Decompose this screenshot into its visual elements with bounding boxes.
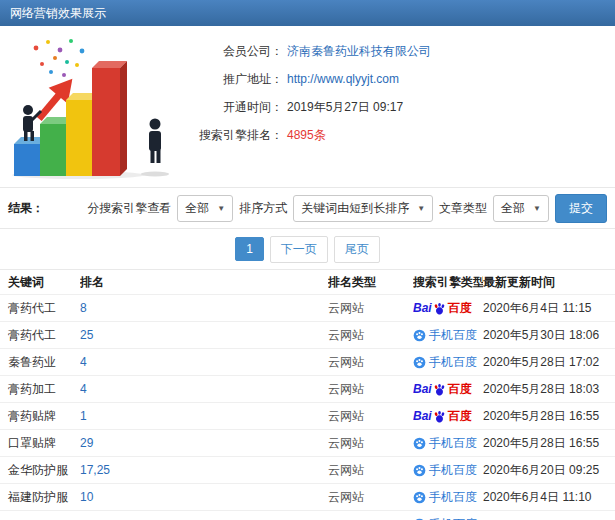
update-time-cell: 2020年6月20日 09:25 bbox=[483, 462, 615, 479]
keyword-cell: 秦鲁药业 bbox=[0, 354, 80, 371]
engine-cell: 手机百度 bbox=[413, 327, 483, 344]
keyword-cell: 膏药加工 bbox=[0, 381, 80, 398]
table-row: 膏药贴牌 1 云网站 Bai 百度 2020年5月28日 16:55 bbox=[0, 403, 615, 430]
member-info: 会员公司： 济南秦鲁药业科技有限公司 推广地址： http://www.qlyy… bbox=[183, 34, 607, 179]
rank-type-cell: 云网站 bbox=[328, 327, 413, 344]
rank-link[interactable]: 17,25 bbox=[80, 463, 110, 477]
filter-group: 分搜索引擎查看 全部 ▼ 排序方式 关键词由短到长排序 ▼ 文章类型 全部 ▼ … bbox=[87, 194, 607, 223]
rank-type-cell: 云网站 bbox=[328, 381, 413, 398]
rank-type-cell: 云网站 bbox=[328, 354, 413, 371]
rank-link[interactable]: 1 bbox=[80, 409, 87, 423]
open-time-value: 2019年5月27日 09:17 bbox=[287, 98, 403, 116]
open-time-label: 开通时间： bbox=[183, 98, 283, 116]
engine-filter-label: 分搜索引擎查看 bbox=[87, 200, 171, 217]
engine-cell: Bai 百度 bbox=[413, 408, 483, 425]
table-row: 秦鲁药业 4 云网站 手机百度 2020年5月28日 17:02 bbox=[0, 349, 615, 376]
keyword-cell: 口罩贴牌 bbox=[0, 435, 80, 452]
update-time-cell: 2020年5月28日 18:03 bbox=[483, 381, 615, 398]
mobile-baidu-logo: 手机百度 bbox=[413, 489, 477, 506]
header-update-time: 最新更新时间 bbox=[483, 274, 615, 291]
keyword-cell: 膏药代工 bbox=[0, 327, 80, 344]
rank-link[interactable]: 25 bbox=[80, 328, 93, 342]
mobile-baidu-icon bbox=[413, 491, 426, 504]
keyword-cell: 金华防护服 bbox=[0, 462, 80, 479]
article-type-value: 全部 bbox=[501, 200, 525, 217]
engine-cell: 手机百度 bbox=[413, 435, 483, 452]
update-time-cell: 2020年5月30日 18:06 bbox=[483, 327, 615, 344]
rank-link[interactable]: 29 bbox=[80, 436, 93, 450]
businessman-left bbox=[23, 105, 41, 141]
mobile-baidu-logo: 手机百度 bbox=[413, 354, 477, 371]
last-page-button[interactable]: 尾页 bbox=[334, 236, 380, 263]
chevron-down-icon: ▼ bbox=[417, 204, 425, 213]
rank-link[interactable]: 8 bbox=[80, 301, 87, 315]
filter-bar: 结果： 分搜索引擎查看 全部 ▼ 排序方式 关键词由短到长排序 ▼ 文章类型 全… bbox=[0, 188, 615, 228]
engine-rank-label: 搜索引擎排名： bbox=[183, 126, 283, 144]
baidu-logo: Bai 百度 bbox=[413, 381, 472, 398]
chevron-down-icon: ▼ bbox=[533, 204, 541, 213]
submit-button[interactable]: 提交 bbox=[555, 194, 607, 223]
keyword-rank-table: 关键词 排名 排名类型 搜索引擎类型 最新更新时间 膏药代工 8 云网站 Bai… bbox=[0, 269, 615, 520]
header-rank-type: 排名类型 bbox=[328, 274, 413, 291]
table-row: 膏药加工 4 云网站 Bai 百度 2020年5月28日 18:03 bbox=[0, 376, 615, 403]
table-row: 膏药代工 25 云网站 手机百度 2020年5月30日 18:06 bbox=[0, 322, 615, 349]
sort-filter-select[interactable]: 关键词由短到长排序 ▼ bbox=[293, 195, 433, 222]
table-header-row: 关键词 排名 排名类型 搜索引擎类型 最新更新时间 bbox=[0, 270, 615, 295]
company-row: 会员公司： 济南秦鲁药业科技有限公司 bbox=[183, 42, 607, 60]
mobile-baidu-icon bbox=[413, 437, 426, 450]
rank-type-cell: 云网站 bbox=[328, 462, 413, 479]
keyword-cell: 膏药贴牌 bbox=[0, 408, 80, 425]
header-engine-type: 搜索引擎类型 bbox=[413, 274, 483, 291]
sort-filter-label: 排序方式 bbox=[239, 200, 287, 217]
mobile-baidu-logo: 手机百度 bbox=[413, 327, 477, 344]
rank-type-cell: 云网站 bbox=[328, 300, 413, 317]
engine-cell: 手机百度 bbox=[413, 462, 483, 479]
results-label: 结果： bbox=[8, 200, 44, 217]
chevron-down-icon: ▼ bbox=[217, 204, 225, 213]
promo-url-label: 推广地址： bbox=[183, 70, 283, 88]
businessman-right bbox=[141, 119, 169, 177]
table-row-partial: 手机百度 bbox=[0, 511, 615, 520]
rank-link[interactable]: 10 bbox=[80, 490, 93, 504]
article-type-label: 文章类型 bbox=[439, 200, 487, 217]
page-current[interactable]: 1 bbox=[235, 237, 264, 261]
engine-rank-row: 搜索引擎排名： 4895条 bbox=[183, 126, 607, 144]
engine-cell: 手机百度 bbox=[413, 516, 483, 520]
engine-filter-value: 全部 bbox=[185, 200, 209, 217]
article-type-select[interactable]: 全部 ▼ bbox=[493, 195, 549, 222]
keyword-cell: 膏药代工 bbox=[0, 300, 80, 317]
next-page-button[interactable]: 下一页 bbox=[270, 236, 328, 263]
rank-link[interactable]: 4 bbox=[80, 382, 87, 396]
header-keyword: 关键词 bbox=[0, 274, 80, 291]
open-time-row: 开通时间： 2019年5月27日 09:17 bbox=[183, 98, 607, 116]
update-time-cell: 2020年5月28日 17:02 bbox=[483, 354, 615, 371]
engine-cell: Bai 百度 bbox=[413, 300, 483, 317]
baidu-logo: Bai 百度 bbox=[413, 300, 472, 317]
engine-filter-select[interactable]: 全部 ▼ bbox=[177, 195, 233, 222]
baidu-paw-icon bbox=[433, 383, 446, 396]
header-rank: 排名 bbox=[80, 274, 328, 291]
titlebar: 网络营销效果展示 bbox=[0, 0, 615, 26]
confetti-dots bbox=[34, 39, 85, 77]
company-label: 会员公司： bbox=[183, 42, 283, 60]
engine-cell: 手机百度 bbox=[413, 489, 483, 506]
mobile-baidu-logo: 手机百度 bbox=[413, 435, 477, 452]
company-link[interactable]: 济南秦鲁药业科技有限公司 bbox=[287, 42, 431, 60]
mobile-baidu-icon bbox=[413, 329, 426, 342]
engine-rank-count: 4895条 bbox=[287, 126, 326, 144]
engine-cell: 手机百度 bbox=[413, 354, 483, 371]
baidu-logo: Bai 百度 bbox=[413, 408, 472, 425]
bar-chart-illustration bbox=[8, 34, 183, 179]
info-panel: 会员公司： 济南秦鲁药业科技有限公司 推广地址： http://www.qlyy… bbox=[0, 26, 615, 187]
promo-url-link[interactable]: http://www.qlyyjt.com bbox=[287, 70, 399, 88]
mobile-baidu-icon bbox=[413, 464, 426, 477]
update-time-cell: 2020年6月4日 11:15 bbox=[483, 300, 615, 317]
table-row: 口罩贴牌 29 云网站 手机百度 2020年5月28日 16:55 bbox=[0, 430, 615, 457]
keyword-cell: 福建防护服 bbox=[0, 489, 80, 506]
promo-url-row: 推广地址： http://www.qlyyjt.com bbox=[183, 70, 607, 88]
update-time-cell: 2020年5月28日 16:55 bbox=[483, 435, 615, 452]
update-time-cell: 2020年5月28日 16:55 bbox=[483, 408, 615, 425]
mobile-baidu-icon bbox=[413, 356, 426, 369]
rank-link[interactable]: 4 bbox=[80, 355, 87, 369]
table-row: 福建防护服 10 云网站 手机百度 2020年6月4日 11:10 bbox=[0, 484, 615, 511]
